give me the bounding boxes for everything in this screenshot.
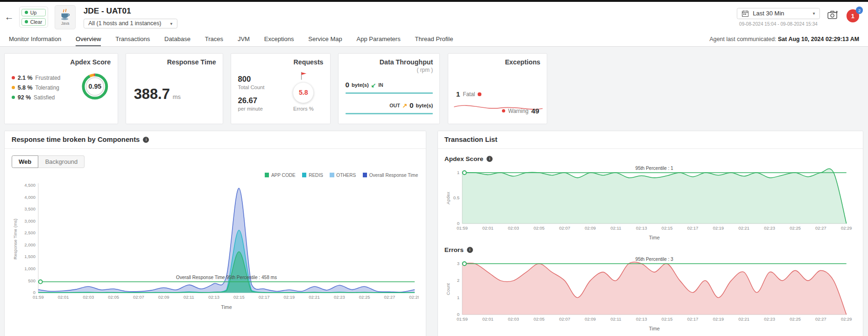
- legend-item[interactable]: REDIS: [302, 172, 323, 178]
- legend-swatch-icon: [302, 173, 306, 177]
- tab-database[interactable]: Database: [164, 33, 191, 46]
- frustrated-dot-icon: [12, 76, 15, 79]
- svg-text:Overall Response Time 95th Per: Overall Response Time 95th Percentile : …: [176, 275, 277, 280]
- data-throughput-card: Data Throughput ( rpm ) 0 byte(s) ↙ IN O…: [338, 53, 440, 124]
- camera-icon: [827, 10, 839, 19]
- time-range-value: Last 30 Min: [753, 10, 808, 17]
- svg-text:4,500: 4,500: [24, 183, 35, 188]
- hosts-instances-value: All (1 hosts and 1 instances): [88, 20, 161, 27]
- legend-item[interactable]: Overall Response Time: [363, 172, 418, 178]
- tab-thread-profile[interactable]: Thread Profile: [415, 33, 453, 46]
- out-arrow-icon: ↗: [402, 103, 407, 109]
- svg-text:2,000: 2,000: [24, 242, 35, 247]
- apdex-gauge: 0.95: [79, 70, 111, 105]
- svg-text:02:29: 02:29: [409, 295, 419, 300]
- requests-card: Requests 800 Total Count 26.67 per minut…: [231, 53, 330, 124]
- summary-cards: Apdex Score 2.1 % Frustrated 5.8 % Toler…: [0, 47, 868, 128]
- svg-text:02:19: 02:19: [713, 316, 724, 322]
- svg-text:02:07: 02:07: [133, 295, 144, 300]
- errors-trend-title-row: Errors i: [445, 246, 856, 253]
- chevron-down-icon: ▾: [813, 11, 815, 16]
- svg-text:02:21: 02:21: [309, 295, 320, 300]
- svg-text:3,000: 3,000: [24, 218, 35, 224]
- satisfied-value: 92 %: [18, 94, 31, 101]
- requests-counts: 800 Total Count 26.67 per minute: [238, 71, 284, 116]
- calendar-icon: [742, 10, 748, 17]
- svg-text:1: 1: [457, 294, 459, 300]
- satisfied-label: Satisfied: [34, 94, 55, 101]
- errors-percent-badge: 5.8: [293, 82, 314, 103]
- svg-text:02:27: 02:27: [384, 295, 395, 300]
- response-time-value: 388.7: [134, 86, 170, 102]
- info-icon[interactable]: i: [467, 247, 473, 253]
- response-components-panel-title: Response time broken by Components: [12, 136, 140, 143]
- svg-text:02:19: 02:19: [713, 225, 724, 231]
- screenshot-button[interactable]: [827, 10, 839, 21]
- svg-text:02:01: 02:01: [57, 295, 69, 300]
- exceptions-card-title: Exceptions: [455, 58, 540, 66]
- svg-text:02:25: 02:25: [359, 295, 370, 300]
- agent-last-communicated-label: Agent last communicated:: [709, 36, 776, 42]
- info-icon[interactable]: i: [143, 137, 149, 143]
- status-clear-label: Clear: [30, 19, 42, 25]
- warning-label: Warning: [508, 108, 529, 114]
- info-icon[interactable]: i: [487, 156, 493, 162]
- svg-text:Response Time (ms): Response Time (ms): [12, 219, 17, 259]
- svg-text:02:29: 02:29: [841, 225, 852, 231]
- svg-text:02:13: 02:13: [636, 316, 647, 322]
- tab-jvm[interactable]: JVM: [238, 33, 250, 46]
- response-components-chart: 05001,0001,5002,0002,5003,0003,5004,0004…: [12, 179, 419, 310]
- tab-service-map[interactable]: Service Map: [308, 33, 342, 46]
- svg-text:1,500: 1,500: [24, 254, 35, 259]
- svg-text:2,500: 2,500: [24, 231, 35, 236]
- fatal-exceptions-row: 1 Fatal: [456, 90, 481, 98]
- tab-transactions[interactable]: Transactions: [115, 33, 150, 46]
- svg-text:02:03: 02:03: [508, 225, 519, 231]
- requests-errors-block: 5.8 Errors %: [283, 71, 323, 116]
- title-block: JDE - UAT01 All (1 hosts and 1 instances…: [84, 6, 177, 28]
- tab-traces[interactable]: Traces: [205, 33, 223, 46]
- toggle-web[interactable]: Web: [12, 155, 39, 168]
- tab-app-parameters[interactable]: App Parameters: [357, 33, 401, 46]
- agent-last-communicated: Agent last communicated: Sat Aug 10, 202…: [709, 36, 859, 42]
- throughput-out-sparkline: [346, 113, 433, 114]
- svg-text:02:25: 02:25: [790, 225, 801, 231]
- svg-text:02:15: 02:15: [662, 316, 673, 322]
- legend-item[interactable]: OTHERS: [330, 172, 356, 178]
- tab-exceptions[interactable]: Exceptions: [264, 33, 294, 46]
- legend-swatch-icon: [330, 173, 334, 177]
- svg-text:01:59: 01:59: [457, 225, 468, 231]
- time-range-block: Last 30 Min ▾ 09-08-2024 15:04 - 09-08-2…: [737, 8, 820, 27]
- back-button[interactable]: ←: [4, 12, 14, 22]
- time-range-dropdown[interactable]: Last 30 Min ▾: [737, 8, 820, 19]
- svg-text:3,500: 3,500: [24, 207, 35, 212]
- header-actions: Last 30 Min ▾ 09-08-2024 15:04 - 09-08-2…: [737, 8, 859, 27]
- monitor-header: ← Up Clear Java JDE - UAT01 All (1 hosts…: [0, 2, 868, 33]
- svg-text:Count: Count: [445, 283, 450, 295]
- svg-text:02:21: 02:21: [738, 316, 749, 322]
- svg-text:02:03: 02:03: [508, 316, 519, 322]
- warning-dot-icon: [502, 109, 505, 112]
- svg-text:3: 3: [457, 261, 459, 266]
- svg-text:02:03: 02:03: [83, 295, 94, 300]
- response-time-value-block: 388.7ms: [133, 86, 216, 103]
- frustrated-value: 2.1 %: [18, 75, 33, 81]
- tab-monitor-information[interactable]: Monitor Information: [9, 33, 61, 46]
- svg-text:02:29: 02:29: [841, 316, 852, 322]
- transaction-list-panel: Transaction List Apdex Score i 00.5101:5…: [438, 131, 864, 336]
- hosts-instances-dropdown[interactable]: All (1 hosts and 1 instances) ▾: [84, 19, 177, 28]
- status-box: Up Clear: [19, 7, 48, 28]
- alarms-icon[interactable]: 1 2: [847, 9, 859, 22]
- response-time-unit: ms: [173, 93, 181, 100]
- tab-bar: Monitor Information Overview Transaction…: [0, 33, 868, 47]
- svg-text:02:15: 02:15: [662, 225, 673, 231]
- monitor-type-icon: Java: [55, 5, 76, 29]
- toggle-background[interactable]: Background: [38, 155, 85, 168]
- frustrated-label: Frustrated: [35, 75, 60, 81]
- availability-status-badge: Up: [21, 9, 46, 16]
- requests-rate: 26.67: [238, 96, 258, 105]
- svg-text:02:07: 02:07: [559, 225, 570, 231]
- tab-overview[interactable]: Overview: [76, 33, 101, 46]
- legend-item[interactable]: APP CODE: [265, 172, 296, 178]
- apdex-trend-chart: 00.5101:5902:0102:0302:0502:0702:0902:11…: [445, 164, 855, 241]
